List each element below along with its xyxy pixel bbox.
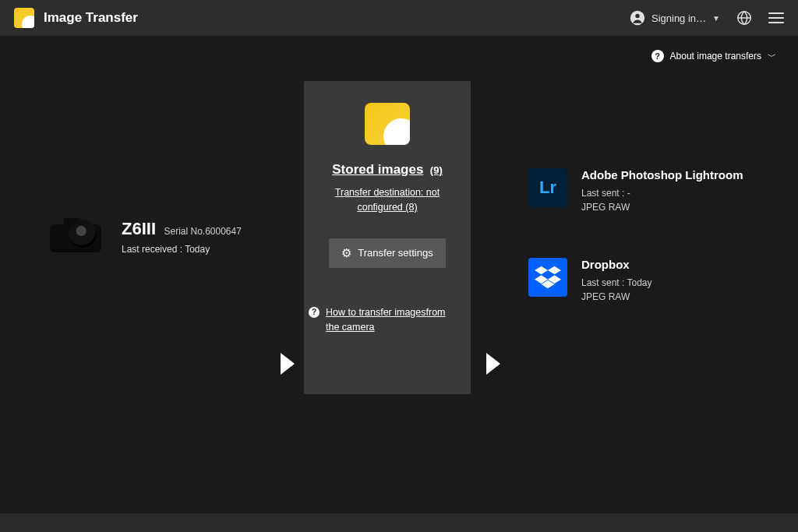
help-icon: ? [309,307,320,318]
howto-row: ? How to transfer imagesfrom the camera [318,305,457,336]
storage-card: Stored images (9) Transfer destination: … [304,81,471,394]
user-status-chip[interactable]: Signing in… ▼ [630,10,720,26]
lightroom-icon: Lr [528,168,567,207]
service-lightroom[interactable]: Lr Adobe Photoshop Lightroom Last sent :… [528,168,743,214]
service-last-sent: Last sent : - [581,186,743,200]
help-icon: ? [651,50,664,62]
user-status-text: Signing in… [651,12,706,24]
camera-model: Z6III [122,219,156,238]
camera-serial: Serial No.6000647 [164,226,241,237]
camera-image [47,213,109,260]
dropbox-icon [528,258,567,297]
globe-icon[interactable] [736,9,753,26]
transfer-settings-button[interactable]: ⚙ Transfer settings [329,238,445,268]
caret-down-icon: ▼ [712,14,720,23]
service-formats: JPEG RAW [581,200,743,214]
service-info: Dropbox Last sent : Today JPEG RAW [581,258,652,304]
camera-last-received: Last received : Today [122,244,242,255]
menu-icon[interactable] [768,12,784,23]
transfer-settings-label: Transfer settings [358,247,433,259]
svg-marker-3 [535,266,548,275]
chevron-down-icon: ﹀ [768,51,776,62]
app-title: Image Transfer [44,10,138,26]
service-dropbox[interactable]: Dropbox Last sent : Today JPEG RAW [528,258,743,304]
howto-transfer-link[interactable]: How to transfer imagesfrom the camera [326,305,457,336]
svg-point-1 [635,14,639,18]
storage-logo-icon [365,103,410,145]
service-name: Dropbox [581,258,652,271]
camera-panel[interactable]: Z6III Serial No.6000647 Last received : … [47,213,281,260]
stored-images-count: (9) [430,164,443,176]
gear-icon: ⚙ [341,246,351,260]
info-bar: ? About image transfers ﹀ [0,36,798,62]
stored-images-link[interactable]: Stored images (9) [332,162,443,178]
service-formats: JPEG RAW [581,290,652,304]
service-name: Adobe Photoshop Lightroom [581,168,743,181]
svg-marker-4 [548,266,561,275]
services-column: Lr Adobe Photoshop Lightroom Last sent :… [528,168,743,304]
main-content: Z6III Serial No.6000647 Last received : … [0,62,798,499]
header-right: Signing in… ▼ [630,9,784,26]
about-transfers-link[interactable]: ? About image transfers ﹀ [651,50,776,62]
camera-info: Z6III Serial No.6000647 Last received : … [122,219,242,255]
app-logo-icon [14,8,34,28]
arrow-right-icon [281,353,295,375]
arrow-right-icon [486,353,500,375]
service-info: Adobe Photoshop Lightroom Last sent : - … [581,168,743,214]
user-avatar-icon [630,10,645,26]
footer-strip [0,513,798,532]
stored-images-label: Stored images [332,162,423,177]
about-transfers-label: About image transfers [670,51,761,62]
header-left: Image Transfer [14,8,138,28]
app-header: Image Transfer Signing in… ▼ [0,0,798,36]
transfer-destination-link[interactable]: Transfer destination: not configured (8) [318,185,457,215]
service-last-sent: Last sent : Today [581,276,652,290]
